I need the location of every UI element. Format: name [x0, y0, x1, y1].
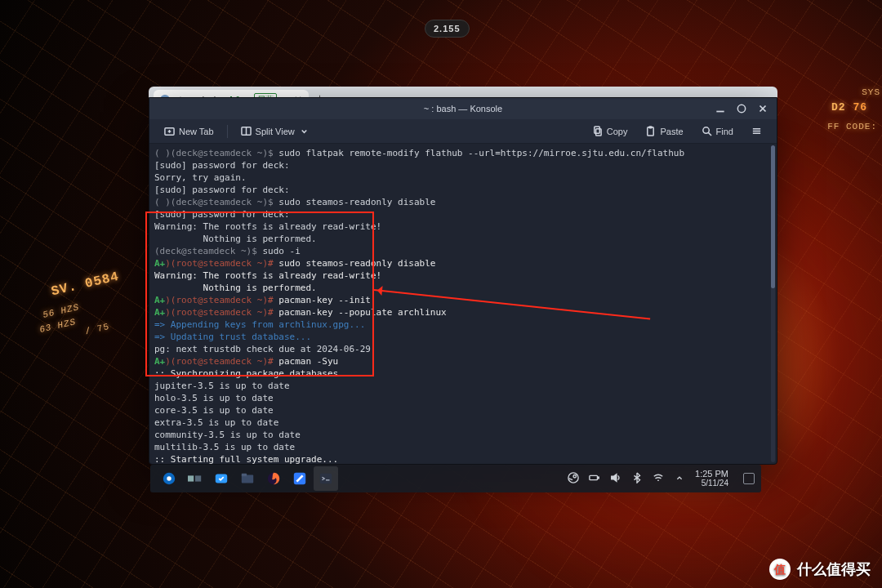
- close-icon[interactable]: [757, 103, 768, 114]
- find-button[interactable]: Find: [695, 123, 740, 139]
- tray-chevron-icon[interactable]: [674, 472, 685, 485]
- menu-button[interactable]: [745, 123, 768, 139]
- volume-icon[interactable]: [610, 472, 621, 485]
- svg-rect-6: [649, 127, 653, 128]
- window-title: ~ : bash — Konsole: [149, 104, 777, 114]
- minimize-icon[interactable]: [715, 103, 726, 114]
- paste-icon: [645, 126, 656, 136]
- new-tab-button[interactable]: New Tab: [158, 123, 220, 139]
- svg-point-7: [702, 127, 708, 133]
- start-button[interactable]: [157, 466, 181, 491]
- watermark-badge-icon: 值: [769, 559, 791, 580]
- taskbar: 1:25 PM 5/11/24: [150, 465, 761, 492]
- hud-ff: FF CODE:: [827, 122, 877, 131]
- svg-rect-4: [595, 129, 601, 136]
- taskbar-clock[interactable]: 1:25 PM 5/11/24: [695, 469, 728, 488]
- svg-point-19: [573, 475, 577, 479]
- hamburger-icon: [751, 126, 762, 136]
- konsole-taskbar-icon[interactable]: [314, 466, 338, 491]
- split-icon: [241, 126, 252, 136]
- svg-rect-11: [195, 475, 201, 481]
- konsole-titlebar[interactable]: ~ : bash — Konsole: [149, 98, 777, 119]
- copy-icon: [592, 126, 603, 136]
- battery-icon[interactable]: [589, 472, 600, 485]
- wifi-icon[interactable]: [653, 472, 664, 485]
- todesk-icon[interactable]: [287, 466, 312, 491]
- firefox-icon[interactable]: [261, 466, 286, 491]
- files-icon[interactable]: [235, 466, 260, 491]
- paste-button[interactable]: Paste: [639, 123, 689, 139]
- bluetooth-icon[interactable]: [631, 472, 643, 485]
- konsole-window: ~ : bash — Konsole New Tab Split View Co…: [149, 97, 777, 465]
- svg-rect-3: [595, 127, 600, 133]
- show-desktop-button[interactable]: [743, 473, 755, 484]
- discover-icon[interactable]: [209, 466, 234, 491]
- system-tray: 1:25 PM 5/11/24: [568, 469, 755, 488]
- search-icon: [702, 126, 712, 136]
- svg-rect-14: [242, 474, 247, 477]
- svg-rect-10: [188, 475, 194, 481]
- watermark: 值 什么值得买: [769, 559, 871, 580]
- svg-rect-20: [590, 475, 598, 479]
- svg-point-9: [167, 476, 171, 480]
- hud-pill: 2.155: [425, 20, 470, 38]
- steam-icon[interactable]: [568, 472, 579, 485]
- konsole-toolbar: New Tab Split View Copy Paste Find: [149, 119, 777, 144]
- terminal-output[interactable]: ( )(deck@steamdeck ~)$ sudo flatpak remo…: [149, 144, 770, 464]
- task-view-icon[interactable]: [183, 466, 207, 491]
- hud-sys: SYS: [862, 88, 880, 97]
- svg-point-0: [737, 105, 745, 112]
- split-view-button[interactable]: Split View: [234, 123, 316, 139]
- maximize-icon[interactable]: [736, 103, 747, 114]
- hud-d2: D2 76: [831, 102, 867, 113]
- copy-button[interactable]: Copy: [586, 123, 635, 139]
- chevron-down-icon: [299, 126, 310, 136]
- svg-rect-21: [598, 477, 599, 479]
- svg-rect-17: [320, 474, 332, 484]
- terminal-scrollbar[interactable]: [771, 145, 775, 462]
- plus-tab-icon: [164, 126, 175, 136]
- svg-point-18: [568, 473, 578, 483]
